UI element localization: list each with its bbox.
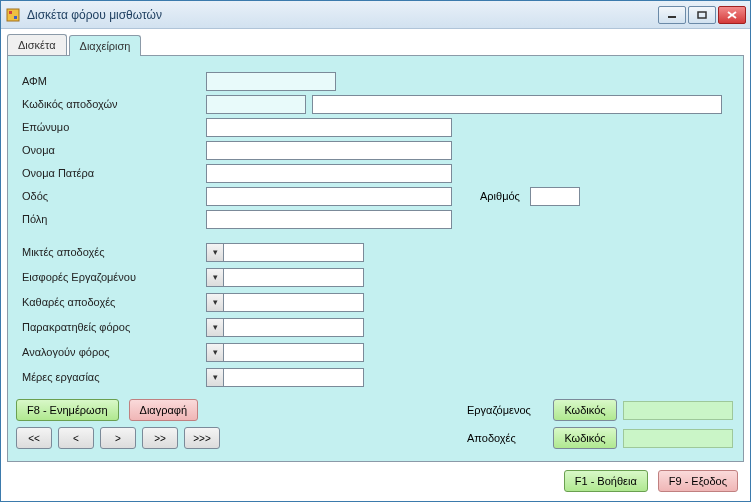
svg-rect-0 — [7, 9, 19, 21]
street-input[interactable] — [206, 187, 452, 206]
num-label-withheld_tax: Παρακρατηθείς φόρος — [16, 321, 206, 333]
num-input-net[interactable] — [224, 293, 364, 312]
update-button[interactable]: F8 - Ενημέρωση — [16, 399, 119, 421]
num-label-net: Καθαρές αποδοχές — [16, 296, 206, 308]
fathername-label: Ονομα Πατέρα — [16, 167, 206, 179]
num-input-work_days[interactable] — [224, 368, 364, 387]
pay-output — [623, 429, 733, 448]
afm-label: ΑΦΜ — [16, 75, 206, 87]
help-button[interactable]: F1 - Βοήθεια — [564, 470, 648, 492]
city-input[interactable] — [206, 210, 452, 229]
nav-first[interactable]: << — [16, 427, 52, 449]
city-label: Πόλη — [16, 213, 206, 225]
num-dropdown-gross[interactable] — [206, 243, 224, 262]
tab-diaxeirisi[interactable]: Διαχείριση — [69, 35, 142, 56]
num-dropdown-work_days[interactable] — [206, 368, 224, 387]
street-label: Οδός — [16, 190, 206, 202]
maximize-button[interactable] — [688, 6, 716, 24]
num-label-empl_contrib: Εισφορές Εργαζομένου — [16, 271, 206, 283]
employee-output — [623, 401, 733, 420]
num-input-gross[interactable] — [224, 243, 364, 262]
close-button[interactable] — [718, 6, 746, 24]
name-input[interactable] — [206, 141, 452, 160]
surname-input[interactable] — [206, 118, 452, 137]
tab-strip: Δισκέτα Διαχείριση — [7, 34, 744, 55]
paycode-desc-input[interactable] — [312, 95, 722, 114]
num-input-calc_tax[interactable] — [224, 343, 364, 362]
num-label-calc_tax: Αναλογούν φόρος — [16, 346, 206, 358]
employee-lookup-label: Εργαζόμενος — [467, 404, 547, 416]
name-label: Ονομα — [16, 144, 206, 156]
fathername-input[interactable] — [206, 164, 452, 183]
num-label-gross: Μικτές αποδοχές — [16, 246, 206, 258]
num-dropdown-net[interactable] — [206, 293, 224, 312]
app-icon — [5, 7, 21, 23]
svg-rect-2 — [14, 16, 17, 19]
num-input-withheld_tax[interactable] — [224, 318, 364, 337]
number-label: Αριθμός — [470, 190, 530, 202]
nav-next[interactable]: > — [100, 427, 136, 449]
pay-code-button[interactable]: Κωδικός — [553, 427, 617, 449]
nav-last[interactable]: >> — [142, 427, 178, 449]
tab-disketa[interactable]: Δισκέτα — [7, 34, 67, 55]
num-input-empl_contrib[interactable] — [224, 268, 364, 287]
minimize-button[interactable] — [658, 6, 686, 24]
client-area: Δισκέτα Διαχείριση ΑΦΜ Κωδικός αποδοχών … — [1, 29, 750, 501]
window-title: Δισκέτα φόρου μισθωτών — [27, 8, 162, 22]
exit-button[interactable]: F9 - Εξοδος — [658, 470, 738, 492]
titlebar: Δισκέτα φόρου μισθωτών — [1, 1, 750, 29]
number-input[interactable] — [530, 187, 580, 206]
nav-end[interactable]: >>> — [184, 427, 220, 449]
svg-rect-1 — [9, 11, 12, 14]
svg-rect-4 — [698, 12, 706, 18]
num-dropdown-withheld_tax[interactable] — [206, 318, 224, 337]
pay-lookup-label: Αποδοχές — [467, 432, 547, 444]
surname-label: Επώνυμο — [16, 121, 206, 133]
afm-input[interactable] — [206, 72, 336, 91]
paycode-input[interactable] — [206, 95, 306, 114]
num-label-work_days: Μέρες εργασίας — [16, 371, 206, 383]
employee-code-button[interactable]: Κωδικός — [553, 399, 617, 421]
delete-button[interactable]: Διαγραφή — [129, 399, 199, 421]
paycode-label: Κωδικός αποδοχών — [16, 98, 206, 110]
app-window: Δισκέτα φόρου μισθωτών Δισκέτα Διαχείρισ… — [0, 0, 751, 502]
num-dropdown-calc_tax[interactable] — [206, 343, 224, 362]
num-dropdown-empl_contrib[interactable] — [206, 268, 224, 287]
tab-panel-management: ΑΦΜ Κωδικός αποδοχών Επώνυμο Ονομα — [7, 55, 744, 462]
nav-prev[interactable]: < — [58, 427, 94, 449]
